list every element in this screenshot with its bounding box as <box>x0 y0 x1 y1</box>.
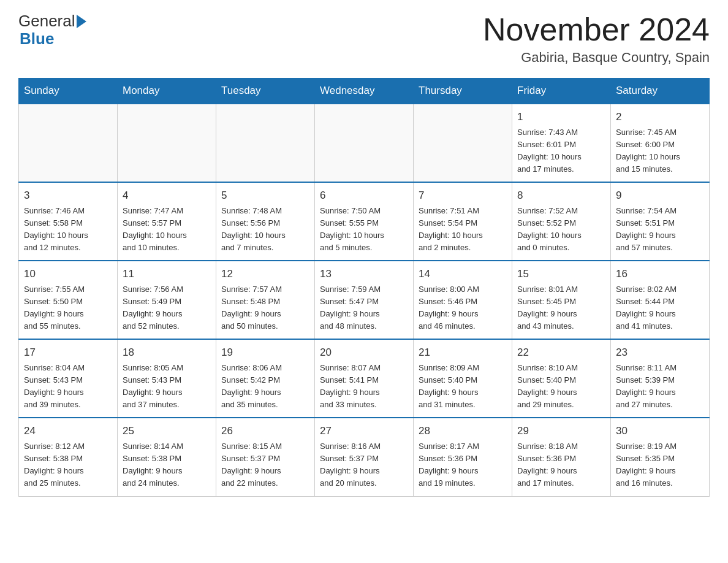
day-info: Sunrise: 7:47 AM Sunset: 5:57 PM Dayligh… <box>123 205 211 255</box>
day-number: 29 <box>517 423 605 439</box>
calendar-cell: 9Sunrise: 7:54 AM Sunset: 5:51 PM Daylig… <box>611 182 710 261</box>
calendar-cell: 19Sunrise: 8:06 AM Sunset: 5:42 PM Dayli… <box>216 339 315 418</box>
day-info: Sunrise: 7:45 AM Sunset: 6:00 PM Dayligh… <box>616 126 704 176</box>
day-info: Sunrise: 7:57 AM Sunset: 5:48 PM Dayligh… <box>221 283 309 333</box>
day-info: Sunrise: 8:02 AM Sunset: 5:44 PM Dayligh… <box>616 283 704 333</box>
page-header: General Blue November 2024 Gabiria, Basq… <box>18 12 710 66</box>
calendar-cell <box>118 104 216 182</box>
day-info: Sunrise: 8:05 AM Sunset: 5:43 PM Dayligh… <box>123 362 211 412</box>
weekday-header-monday: Monday <box>118 79 216 104</box>
day-info: Sunrise: 8:11 AM Sunset: 5:39 PM Dayligh… <box>616 362 704 412</box>
calendar-cell: 20Sunrise: 8:07 AM Sunset: 5:41 PM Dayli… <box>315 339 414 418</box>
day-number: 27 <box>320 423 408 439</box>
day-info: Sunrise: 8:18 AM Sunset: 5:36 PM Dayligh… <box>517 440 605 490</box>
day-info: Sunrise: 7:50 AM Sunset: 5:55 PM Dayligh… <box>320 205 408 255</box>
weekday-header-tuesday: Tuesday <box>216 79 315 104</box>
calendar-cell: 18Sunrise: 8:05 AM Sunset: 5:43 PM Dayli… <box>118 339 216 418</box>
location: Gabiria, Basque Country, Spain <box>483 50 710 66</box>
day-info: Sunrise: 8:14 AM Sunset: 5:38 PM Dayligh… <box>123 440 211 490</box>
calendar-cell: 3Sunrise: 7:46 AM Sunset: 5:58 PM Daylig… <box>19 182 118 261</box>
day-number: 9 <box>616 188 704 204</box>
calendar-cell: 6Sunrise: 7:50 AM Sunset: 5:55 PM Daylig… <box>315 182 414 261</box>
day-number: 11 <box>123 266 211 282</box>
calendar-cell: 17Sunrise: 8:04 AM Sunset: 5:43 PM Dayli… <box>19 339 118 418</box>
day-number: 13 <box>320 266 408 282</box>
day-number: 7 <box>419 188 507 204</box>
day-number: 17 <box>24 345 112 361</box>
day-info: Sunrise: 8:12 AM Sunset: 5:38 PM Dayligh… <box>24 440 112 490</box>
calendar-cell <box>216 104 315 182</box>
week-row-2: 3Sunrise: 7:46 AM Sunset: 5:58 PM Daylig… <box>19 182 710 261</box>
calendar-cell: 28Sunrise: 8:17 AM Sunset: 5:36 PM Dayli… <box>414 418 512 496</box>
day-info: Sunrise: 8:01 AM Sunset: 5:45 PM Dayligh… <box>517 283 605 333</box>
calendar-cell: 21Sunrise: 8:09 AM Sunset: 5:40 PM Dayli… <box>414 339 512 418</box>
day-number: 23 <box>616 345 704 361</box>
day-info: Sunrise: 7:56 AM Sunset: 5:49 PM Dayligh… <box>123 283 211 333</box>
day-number: 22 <box>517 345 605 361</box>
day-number: 12 <box>221 266 309 282</box>
day-number: 20 <box>320 345 408 361</box>
day-info: Sunrise: 7:48 AM Sunset: 5:56 PM Dayligh… <box>221 205 309 255</box>
day-number: 30 <box>616 423 704 439</box>
day-info: Sunrise: 8:09 AM Sunset: 5:40 PM Dayligh… <box>419 362 507 412</box>
weekday-header-sunday: Sunday <box>19 79 118 104</box>
day-info: Sunrise: 7:43 AM Sunset: 6:01 PM Dayligh… <box>517 126 605 176</box>
day-number: 5 <box>221 188 309 204</box>
day-info: Sunrise: 8:17 AM Sunset: 5:36 PM Dayligh… <box>419 440 507 490</box>
title-block: November 2024 Gabiria, Basque Country, S… <box>483 12 710 66</box>
calendar-cell: 5Sunrise: 7:48 AM Sunset: 5:56 PM Daylig… <box>216 182 315 261</box>
day-number: 10 <box>24 266 112 282</box>
month-title: November 2024 <box>483 12 710 47</box>
weekday-header-saturday: Saturday <box>611 79 710 104</box>
calendar-cell: 7Sunrise: 7:51 AM Sunset: 5:54 PM Daylig… <box>414 182 512 261</box>
day-number: 25 <box>123 423 211 439</box>
calendar-cell <box>414 104 512 182</box>
day-info: Sunrise: 8:10 AM Sunset: 5:40 PM Dayligh… <box>517 362 605 412</box>
calendar-cell: 25Sunrise: 8:14 AM Sunset: 5:38 PM Dayli… <box>118 418 216 496</box>
calendar-cell: 11Sunrise: 7:56 AM Sunset: 5:49 PM Dayli… <box>118 261 216 339</box>
calendar-cell: 4Sunrise: 7:47 AM Sunset: 5:57 PM Daylig… <box>118 182 216 261</box>
day-number: 28 <box>419 423 507 439</box>
weekday-header-friday: Friday <box>512 79 611 104</box>
calendar-cell: 12Sunrise: 7:57 AM Sunset: 5:48 PM Dayli… <box>216 261 315 339</box>
weekday-header-wednesday: Wednesday <box>315 79 414 104</box>
day-info: Sunrise: 7:54 AM Sunset: 5:51 PM Dayligh… <box>616 205 704 255</box>
day-info: Sunrise: 7:59 AM Sunset: 5:47 PM Dayligh… <box>320 283 408 333</box>
calendar-cell: 2Sunrise: 7:45 AM Sunset: 6:00 PM Daylig… <box>611 104 710 182</box>
day-number: 26 <box>221 423 309 439</box>
day-number: 16 <box>616 266 704 282</box>
week-row-3: 10Sunrise: 7:55 AM Sunset: 5:50 PM Dayli… <box>19 261 710 339</box>
calendar-cell: 24Sunrise: 8:12 AM Sunset: 5:38 PM Dayli… <box>19 418 118 496</box>
calendar-cell: 16Sunrise: 8:02 AM Sunset: 5:44 PM Dayli… <box>611 261 710 339</box>
week-row-4: 17Sunrise: 8:04 AM Sunset: 5:43 PM Dayli… <box>19 339 710 418</box>
day-info: Sunrise: 8:15 AM Sunset: 5:37 PM Dayligh… <box>221 440 309 490</box>
day-number: 15 <box>517 266 605 282</box>
week-row-5: 24Sunrise: 8:12 AM Sunset: 5:38 PM Dayli… <box>19 418 710 496</box>
calendar-cell: 27Sunrise: 8:16 AM Sunset: 5:37 PM Dayli… <box>315 418 414 496</box>
calendar-cell: 26Sunrise: 8:15 AM Sunset: 5:37 PM Dayli… <box>216 418 315 496</box>
calendar-cell: 23Sunrise: 8:11 AM Sunset: 5:39 PM Dayli… <box>611 339 710 418</box>
logo-general: General <box>18 12 75 30</box>
day-number: 2 <box>616 109 704 125</box>
day-number: 8 <box>517 188 605 204</box>
day-info: Sunrise: 7:51 AM Sunset: 5:54 PM Dayligh… <box>419 205 507 255</box>
day-info: Sunrise: 8:00 AM Sunset: 5:46 PM Dayligh… <box>419 283 507 333</box>
calendar-cell: 13Sunrise: 7:59 AM Sunset: 5:47 PM Dayli… <box>315 261 414 339</box>
day-info: Sunrise: 7:55 AM Sunset: 5:50 PM Dayligh… <box>24 283 112 333</box>
calendar-cell: 14Sunrise: 8:00 AM Sunset: 5:46 PM Dayli… <box>414 261 512 339</box>
week-row-1: 1Sunrise: 7:43 AM Sunset: 6:01 PM Daylig… <box>19 104 710 182</box>
logo-blue: Blue <box>20 30 86 48</box>
weekday-header-row: SundayMondayTuesdayWednesdayThursdayFrid… <box>19 79 710 104</box>
logo: General Blue <box>18 12 86 47</box>
day-number: 6 <box>320 188 408 204</box>
calendar-cell: 22Sunrise: 8:10 AM Sunset: 5:40 PM Dayli… <box>512 339 611 418</box>
day-info: Sunrise: 8:19 AM Sunset: 5:35 PM Dayligh… <box>616 440 704 490</box>
day-number: 1 <box>517 109 605 125</box>
day-info: Sunrise: 8:07 AM Sunset: 5:41 PM Dayligh… <box>320 362 408 412</box>
day-number: 14 <box>419 266 507 282</box>
day-number: 24 <box>24 423 112 439</box>
day-number: 19 <box>221 345 309 361</box>
day-number: 4 <box>123 188 211 204</box>
day-info: Sunrise: 7:52 AM Sunset: 5:52 PM Dayligh… <box>517 205 605 255</box>
day-number: 3 <box>24 188 112 204</box>
